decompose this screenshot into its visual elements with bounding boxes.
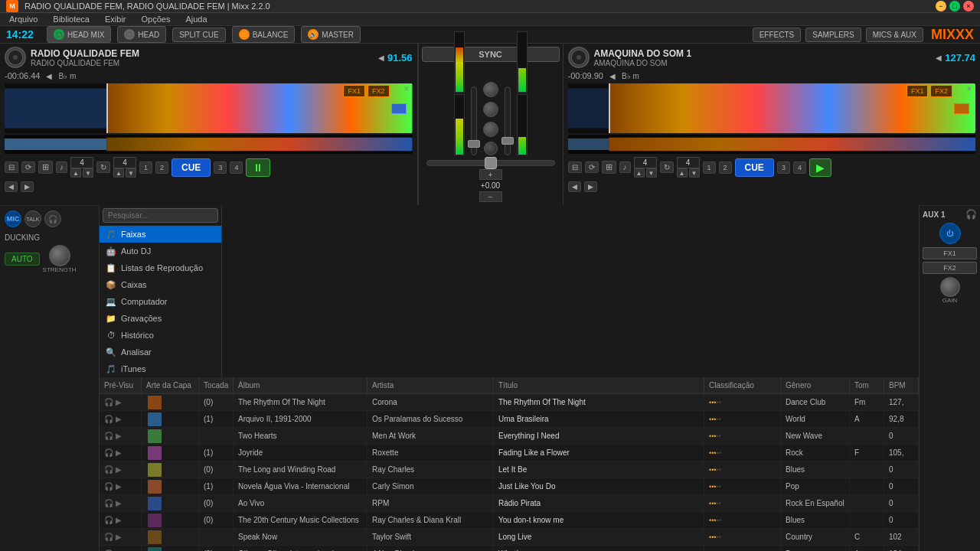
menu-biblioteca[interactable]: Biblioteca	[50, 13, 93, 25]
deck-left-back-btn[interactable]: ◀	[5, 181, 18, 192]
menu-opcoes[interactable]: Opções	[139, 13, 174, 25]
deck-right-num2[interactable]: 2	[719, 161, 732, 174]
col-key[interactable]: Tom	[850, 377, 884, 393]
deck-right-fx2-button[interactable]: FX2	[930, 85, 952, 97]
deck-right-sync2-btn[interactable]: ⊞	[602, 161, 616, 174]
eq-mid-knob[interactable]	[483, 102, 498, 117]
deck-right-spin2-up[interactable]: ▲	[677, 168, 688, 178]
deck-left-spin2-down[interactable]: ▼	[126, 168, 136, 178]
col-rating[interactable]: Classificação	[704, 377, 781, 393]
deck-left-loop-btn[interactable]: ↻	[96, 161, 110, 173]
col-preview[interactable]: Pré-Visu	[100, 377, 142, 393]
strength-knob[interactable]	[49, 245, 70, 266]
headphone-mic-btn[interactable]: 🎧	[44, 210, 61, 227]
sidebar-item-analisar[interactable]: 🔍Analisar	[100, 344, 221, 360]
col-title[interactable]: Título	[494, 377, 704, 393]
eq-high-knob[interactable]	[483, 82, 498, 97]
samplers-button[interactable]: SAMPLERS	[805, 28, 861, 42]
waveform-right-close[interactable]: ✕	[966, 85, 972, 93]
deck-left-num4[interactable]: 4	[230, 161, 243, 174]
deck-left-cue-button[interactable]: CUE	[172, 158, 211, 177]
col-played[interactable]: Tocada	[199, 377, 234, 393]
deck-right-num1[interactable]: 1	[703, 161, 716, 174]
col-genre[interactable]: Gênero	[781, 377, 850, 393]
close-button[interactable]: ×	[963, 1, 974, 11]
aux-power-btn[interactable]: ⏻	[939, 223, 961, 244]
mic-button[interactable]: MIC	[5, 210, 21, 227]
right-fader-thumb[interactable]	[501, 137, 514, 145]
deck-left-eq-btn[interactable]: ⊟	[5, 161, 18, 173]
deck-left-num3[interactable]: 3	[214, 161, 227, 174]
deck-left-play-button[interactable]: ⏸	[246, 158, 270, 177]
deck-left-spin1-down[interactable]: ▼	[83, 168, 93, 178]
crossfader-thumb[interactable]	[485, 157, 497, 169]
menu-exibir[interactable]: Exibir	[102, 13, 129, 25]
col-cover[interactable]: Arte da Capa	[142, 377, 199, 393]
balance-button[interactable]: ⚖ BALANCE	[232, 26, 296, 43]
gain-knob[interactable]	[484, 142, 498, 155]
deck-left-fx2-button[interactable]: FX2	[368, 85, 390, 97]
waveform-left-close[interactable]: ✕	[403, 85, 410, 93]
head-button[interactable]: 🎧 HEAD	[117, 26, 166, 43]
table-row[interactable]: 🎧 ▶ (0) Ao Vivo RPM Rádio Pirata • • • •…	[100, 495, 919, 512]
sidebar-item-histórico[interactable]: ⏱Histórico	[100, 327, 221, 344]
deck-left-note-btn[interactable]: ♪	[56, 161, 67, 173]
deck-left-sync-btn[interactable]: ⟳	[21, 161, 35, 173]
effects-button[interactable]: EFFECTS	[753, 28, 802, 42]
master-button[interactable]: 🔊 MASTER	[301, 26, 361, 43]
table-row[interactable]: 🎧 ▶ (0) The Rhythm Of The Night Corona T…	[100, 394, 919, 411]
sync-minus-btn[interactable]: −	[479, 191, 502, 202]
deck-left-spin2-up[interactable]: ▲	[113, 168, 124, 178]
table-row[interactable]: 🎧 ▶ (0) The Long and Winding Road Ray Ch…	[100, 461, 919, 478]
left-fader-thumb[interactable]	[468, 140, 480, 148]
eq-low-knob[interactable]	[483, 122, 498, 137]
col-bpm[interactable]: BPM	[884, 377, 919, 393]
split-cue-button[interactable]: SPLIT CUE	[172, 28, 226, 42]
table-row[interactable]: 🎧 ▶ (0) The 20th Century Music Collectio…	[100, 512, 919, 529]
sidebar-item-caixas[interactable]: 📦Caixas	[100, 276, 221, 293]
menu-arquivo[interactable]: Arquivo	[6, 13, 41, 25]
right-volume-fader[interactable]	[505, 86, 511, 155]
deck-right-cue-button[interactable]: CUE	[735, 158, 774, 177]
deck-right-num3[interactable]: 3	[777, 161, 790, 174]
table-row[interactable]: 🎧 ▶ Two Hearts Men At Work Everything I …	[100, 428, 919, 445]
deck-left-spin1-up[interactable]: ▲	[70, 168, 81, 178]
aux-gain-knob[interactable]	[940, 277, 960, 297]
deck-right-back-btn[interactable]: ◀	[568, 181, 581, 192]
deck-right-note-btn[interactable]: ♪	[619, 161, 631, 173]
left-volume-fader[interactable]	[471, 86, 477, 155]
col-artist[interactable]: Artista	[368, 377, 494, 393]
deck-right-fx1-button[interactable]: FX1	[906, 85, 929, 97]
deck-right-spin1-up[interactable]: ▲	[634, 168, 645, 178]
table-row[interactable]: 🎧 ▶ (1) Joyride Roxette Fading Like a Fl…	[100, 445, 919, 461]
sidebar-item-itunes[interactable]: 🎵iTunes	[100, 360, 221, 377]
search-input[interactable]	[103, 208, 218, 223]
aux-fx2-button[interactable]: FX2	[923, 262, 977, 274]
deck-right-fwd-btn[interactable]: ▶	[584, 181, 597, 192]
sidebar-item-faixas[interactable]: 🎵Faixas	[100, 226, 221, 243]
aux-fx1-button[interactable]: FX1	[923, 247, 977, 259]
mics-aux-button[interactable]: MICS & AUX	[866, 28, 923, 42]
auto-button[interactable]: AUTO	[5, 253, 40, 266]
deck-left-sync2-btn[interactable]: ⊞	[38, 161, 53, 174]
menu-ajuda[interactable]: Ajuda	[182, 13, 210, 25]
deck-right-sync-btn[interactable]: ⟳	[585, 161, 599, 173]
table-row[interactable]: 🎧 ▶ (2) Olho no Olho - Internacional 4 N…	[100, 546, 919, 551]
talk-button[interactable]: TALK	[24, 210, 41, 227]
deck-left-fwd-btn[interactable]: ▶	[21, 181, 34, 192]
sidebar-item-listas-de-reprodução[interactable]: 📋Listas de Reprodução	[100, 259, 221, 276]
deck-left-num1[interactable]: 1	[139, 161, 152, 174]
col-album[interactable]: Álbum	[234, 377, 368, 393]
sidebar-item-gravações[interactable]: 📁Gravações	[100, 310, 221, 327]
deck-right-eq-btn[interactable]: ⊟	[568, 161, 582, 173]
table-row[interactable]: 🎧 ▶ Speak Now Taylor Swift Long Live • •…	[100, 529, 919, 546]
sidebar-item-auto-dj[interactable]: 🤖Auto DJ	[100, 243, 221, 259]
deck-left-fx1-button[interactable]: FX1	[343, 85, 365, 97]
maximize-button[interactable]: □	[949, 1, 960, 11]
deck-right-spin1-down[interactable]: ▼	[646, 168, 657, 178]
minimize-button[interactable]: −	[936, 1, 946, 11]
sync-plus-btn[interactable]: +	[479, 169, 502, 180]
deck-right-loop-btn[interactable]: ↻	[660, 161, 674, 173]
deck-right-play-button[interactable]: ▶	[809, 158, 831, 177]
head-mix-button[interactable]: 🎧 HEAD MIX	[47, 26, 111, 43]
